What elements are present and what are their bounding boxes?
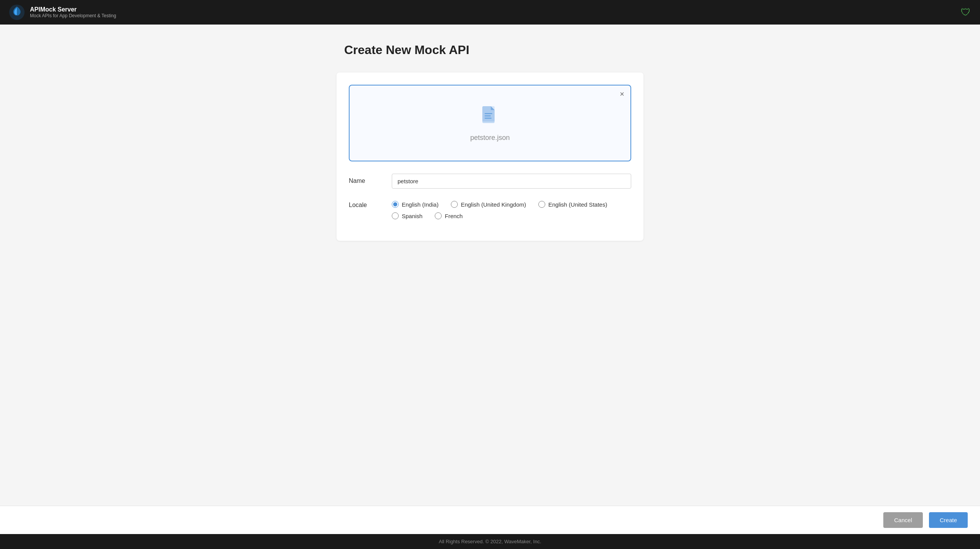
page-title: Create New Mock API [344, 43, 469, 57]
form-card: × petstore.json Name Locale [337, 72, 643, 241]
app-header: APIMock Server Mock APIs for App Develop… [0, 0, 980, 25]
name-label: Name [349, 174, 379, 184]
uploaded-file-name: petstore.json [470, 134, 510, 142]
footer-actions: Cancel Create [0, 506, 980, 534]
app-logo-icon [9, 5, 25, 20]
locale-form-row: Locale English (India) English (United K… [349, 198, 631, 219]
app-name: APIMock Server [30, 6, 116, 13]
svg-rect-3 [485, 115, 491, 117]
header-title-group: APIMock Server Mock APIs for App Develop… [30, 6, 116, 18]
svg-rect-4 [485, 118, 492, 119]
app-subtitle: Mock APIs for App Development & Testing [30, 13, 116, 18]
locale-option-en-india[interactable]: English (India) [392, 201, 439, 208]
header-left: APIMock Server Mock APIs for App Develop… [9, 5, 116, 20]
upload-close-button[interactable]: × [620, 90, 624, 98]
svg-rect-2 [485, 113, 492, 114]
locale-label: Locale [349, 198, 379, 209]
locale-option-spanish[interactable]: Spanish [392, 212, 422, 219]
footer-copyright: All Rights Reserved. © 2022, WaveMaker, … [0, 534, 980, 549]
locale-option-french[interactable]: French [435, 212, 463, 219]
file-document-icon [479, 105, 501, 128]
upload-area[interactable]: × petstore.json [349, 85, 631, 161]
create-button[interactable]: Create [929, 512, 968, 528]
shield-icon: 🛡 [961, 7, 971, 18]
locale-option-en-us[interactable]: English (United States) [538, 201, 607, 208]
main-content: Create New Mock API × petstore.json Name [0, 25, 980, 506]
cancel-button[interactable]: Cancel [883, 512, 923, 528]
locale-radio-group: English (India) English (United Kingdom)… [392, 198, 631, 219]
name-form-row: Name [349, 174, 631, 189]
name-input[interactable] [392, 174, 631, 189]
locale-option-en-uk[interactable]: English (United Kingdom) [451, 201, 526, 208]
